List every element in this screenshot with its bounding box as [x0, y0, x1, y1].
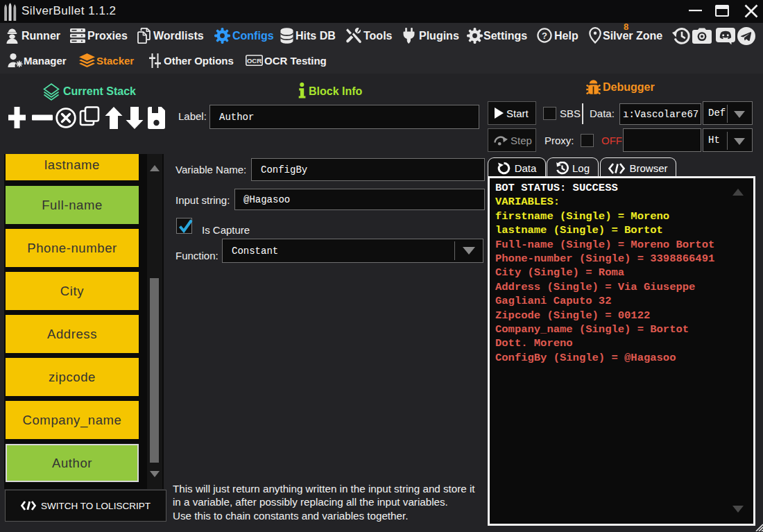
svg-text:?: ?: [542, 31, 547, 41]
svg-text:OCR: OCR: [247, 57, 262, 65]
